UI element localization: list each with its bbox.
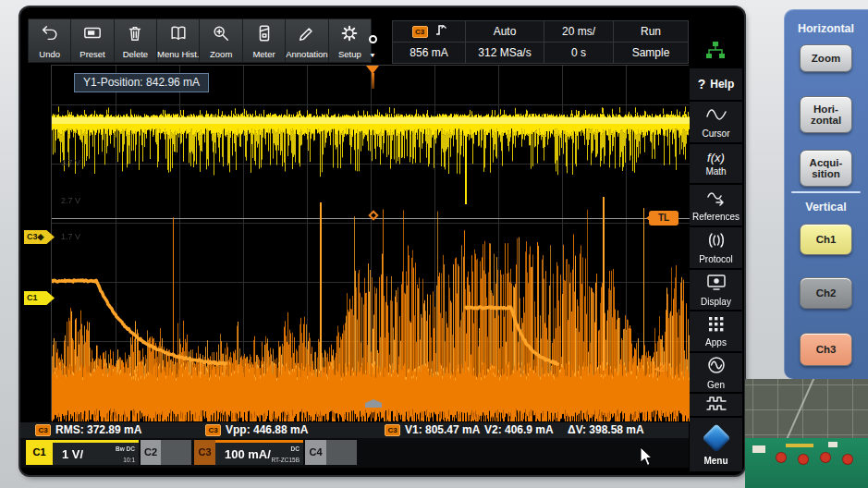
apps-icon	[705, 315, 727, 336]
zoom-label: Zoom	[210, 49, 232, 59]
ch1-panel-button[interactable]: Ch1	[800, 224, 852, 255]
help-icon: ?	[698, 77, 706, 92]
measurement-source-badge: C3	[205, 424, 221, 436]
math-icon: f(x)	[707, 151, 725, 165]
channel1-scale: 1 V/	[62, 447, 83, 461]
meter-icon	[255, 24, 274, 46]
channel3-settings[interactable]: 100 mA/ DC RT-ZC15B	[215, 440, 303, 465]
v2-cursor-value: V2: 406.9 mA	[484, 423, 554, 436]
sidebar-item-display[interactable]: Display	[690, 270, 742, 311]
menu-history-label: Menu Hist.	[157, 49, 199, 59]
ch2-panel-button[interactable]: Ch2	[800, 277, 852, 309]
references-icon	[705, 189, 727, 210]
horizontal-panel-button[interactable]: Hori- zontal	[800, 96, 852, 133]
trigger-level-marker[interactable]: TL	[649, 211, 679, 226]
side-control-panel: Horizontal Zoom Hori- zontal Acqui- siti…	[784, 9, 868, 379]
delete-icon	[126, 24, 144, 46]
sidebar-item-references[interactable]: References	[690, 185, 742, 227]
trigger-source-cell[interactable]: C3	[393, 21, 465, 42]
sidebar-menu: ? Help Cursor f(x) Math References Proto…	[690, 68, 742, 471]
toolbar-overflow-icon[interactable]	[369, 35, 377, 43]
y1-position-tooltip: Y1-Position: 842.96 mA	[74, 73, 209, 92]
scope-screen: Undo Preset Delete Menu Hist. Zoom Meter	[20, 7, 744, 475]
protocol-icon	[705, 232, 727, 252]
rms-measurement: RMS: 372.89 mA	[55, 423, 141, 436]
channel4-settings[interactable]	[326, 440, 357, 465]
zoom-icon	[212, 24, 230, 46]
trigger-mode-cell[interactable]: Auto	[466, 21, 544, 42]
channel4-badge[interactable]: C4	[305, 440, 326, 465]
reference-marker-2: ◂2	[654, 363, 665, 373]
channel1-badge[interactable]: C1	[26, 440, 53, 465]
rs-logo	[702, 423, 730, 452]
sidebar-item-cursor[interactable]: Cursor	[690, 102, 742, 144]
sidebar-item-gen[interactable]: Gen	[690, 353, 742, 394]
measurement-source-badge: C3	[385, 424, 400, 436]
annotation-label: Annotation	[286, 49, 327, 59]
setup-label: Setup	[338, 49, 361, 59]
preset-button[interactable]: Preset	[71, 19, 114, 62]
waveform-area: 3.7 V 2.7 V 1.7 V Y1-Position: 842.96 mA…	[51, 65, 689, 421]
delta-v-value: ΔV: 398.58 mA	[568, 423, 644, 436]
trigger-level-cell[interactable]: 856 mA	[393, 43, 465, 63]
sidebar-item-help[interactable]: ? Help	[690, 68, 742, 102]
waveform-canvas[interactable]	[52, 66, 690, 421]
run-state-cell[interactable]: Run	[614, 21, 688, 42]
horizontal-section-title: Horizontal	[784, 22, 868, 35]
panel-divider	[791, 191, 861, 193]
horizontal-position-cell[interactable]: 0 s	[544, 43, 613, 63]
trigger-slope-icon	[434, 23, 446, 40]
delete-label: Delete	[123, 49, 148, 59]
meter-label: Meter	[252, 49, 275, 59]
bench-photo	[745, 379, 868, 488]
acquisition-mode-cell[interactable]: Sample	[614, 43, 688, 63]
cursor-icon	[705, 106, 727, 127]
sidebar-item-menu[interactable]: Menu	[690, 418, 742, 471]
delete-button[interactable]: Delete	[115, 19, 157, 62]
graticule-label: 2.7 V	[61, 196, 80, 205]
acquisition-panel-button[interactable]: Acqui- sition	[800, 150, 852, 187]
toolbar-scroll-down-icon[interactable]: ▼	[369, 52, 376, 58]
display-icon	[705, 274, 727, 295]
channel3-badge[interactable]: C3	[194, 440, 215, 465]
sidebar-item-protocol[interactable]: Protocol	[690, 227, 742, 270]
channel-bar: C1 1 V/ Bw DC 10:1 C2 C3 100 mA/ DC RT-Z…	[20, 438, 689, 468]
channel1-settings[interactable]: 1 V/ Bw DC 10:1	[53, 440, 139, 465]
setup-button[interactable]: Setup	[329, 19, 371, 62]
channel2-badge[interactable]: C2	[141, 440, 161, 465]
preset-icon	[83, 24, 102, 46]
sidebar-item-pattern[interactable]	[690, 394, 742, 418]
zoom-button[interactable]: Zoom	[200, 19, 242, 62]
measurement-source-badge: C3	[35, 424, 51, 436]
channel1-coupling: Bw DC	[116, 445, 135, 452]
channel1-probe-ratio: 10:1	[123, 457, 135, 463]
vpp-measurement: Vpp: 446.88 mA	[226, 423, 308, 436]
sidebar-item-math[interactable]: f(x) Math	[690, 144, 742, 185]
zoom-panel-button[interactable]: Zoom	[800, 44, 852, 72]
lan-icon	[705, 41, 726, 65]
sample-rate-cell[interactable]: 312 MSa/s	[466, 43, 544, 63]
menu-history-button[interactable]: Menu Hist.	[157, 19, 200, 62]
timebase-cell[interactable]: 20 ms/	[544, 21, 613, 42]
meter-button[interactable]: Meter	[243, 19, 286, 62]
oscilloscope-app: Undo Preset Delete Menu Hist. Zoom Meter	[0, 0, 868, 488]
channel3-scale: 100 mA/	[225, 447, 271, 461]
undo-icon	[41, 24, 59, 46]
generator-icon	[706, 356, 727, 378]
status-bar: C3 Auto 20 ms/ Run 856 mA 312 MSa/s 0 s …	[392, 20, 689, 64]
channel2-settings[interactable]	[161, 440, 191, 465]
toolbar: Undo Preset Delete Menu Hist. Zoom Meter	[28, 18, 372, 63]
vertical-section-title: Vertical	[784, 201, 868, 214]
setup-icon	[340, 24, 359, 46]
channel3-probe-model: RT-ZC15B	[271, 457, 300, 463]
measurement-bar: C3 RMS: 372.89 mA C3 Vpp: 446.88 mA C3 V…	[20, 421, 689, 438]
trigger-position-stem	[372, 73, 374, 89]
ch3-panel-button[interactable]: Ch3	[800, 333, 852, 366]
menu-history-icon	[169, 24, 188, 46]
pcb-board	[745, 438, 868, 488]
pattern-icon	[705, 395, 727, 415]
annotation-button[interactable]: Annotation	[286, 19, 328, 62]
channel3-coupling: DC	[291, 445, 300, 452]
sidebar-item-apps[interactable]: Apps	[690, 311, 742, 353]
undo-button[interactable]: Undo	[29, 19, 71, 62]
